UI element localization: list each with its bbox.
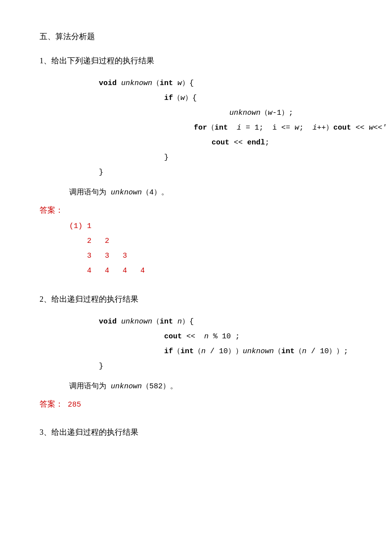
code-line-7: } <box>99 165 352 180</box>
problem-1-answer: (1) 1 2 2 3 3 3 4 4 4 4 <box>69 219 352 278</box>
code-line-5: cout << endl; <box>158 136 352 150</box>
answer-line-4: 4 4 4 4 <box>69 264 352 278</box>
code2-line-3: if（int（n / 10））unknown（int（n / 10））; <box>129 344 352 359</box>
code-line-2: if（w）{ <box>129 91 352 106</box>
problem-1-answer-label: 答案： <box>40 203 352 218</box>
problem-3-question: 3、给出递归过程的执行结果 <box>40 425 352 440</box>
problem-2-call: 调用语句为 unknown（582）。 <box>69 380 352 393</box>
code2-line-1: void unknown（int n）{ <box>99 315 352 329</box>
answer-line-3: 3 3 3 <box>69 249 352 264</box>
code-line-6: } <box>129 150 352 165</box>
problem-2-answer-label: 答案： 285 <box>40 397 352 412</box>
code-line-1: void unknown（int w）{ <box>99 76 352 91</box>
problem-3: 3、给出递归过程的执行结果 <box>40 425 352 440</box>
problem-2: 2、给出递归过程的执行结果 void unknown（int n）{ cout … <box>40 292 352 412</box>
answer-line-1: (1) 1 <box>69 219 352 234</box>
code2-line-4: } <box>99 359 352 374</box>
section-title: 五、算法分析题 <box>40 30 352 44</box>
problem-2-question: 2、给出递归过程的执行结果 <box>40 292 352 307</box>
problem-1-code: void unknown（int w）{ if（w）{ unknown（w-1）… <box>69 76 352 180</box>
problem-2-answer-value: 285 <box>63 401 81 409</box>
code2-line-2: cout << n % 10 ; <box>129 329 352 344</box>
problem-1-call: 调用语句为 unknown（4）。 <box>69 186 352 199</box>
code-line-4: for（int i = 1; i <= w; i++）cout << w<<' … <box>158 121 352 136</box>
problem-2-code: void unknown（int n）{ cout << n % 10 ; if… <box>69 315 352 374</box>
problem-1: 1、给出下列递归过程的执行结果 void unknown（int w）{ if（… <box>40 54 352 279</box>
code-line-3: unknown（w-1）; <box>158 106 352 121</box>
problem-1-question: 1、给出下列递归过程的执行结果 <box>40 54 352 68</box>
answer-line-2: 2 2 <box>69 234 352 249</box>
